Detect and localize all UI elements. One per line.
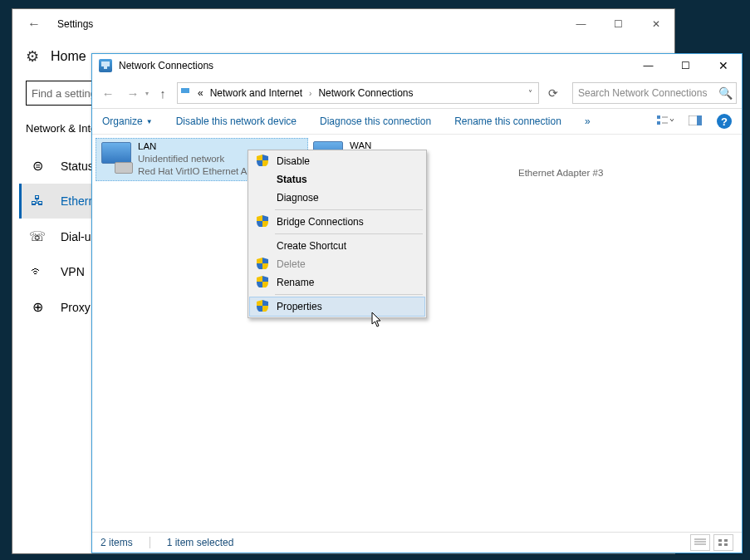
desktop: ← Settings — ☐ ✕ ⚙ Home Find a setting N… xyxy=(0,0,750,560)
svg-rect-3 xyxy=(657,115,660,119)
nc-title: Network Connections xyxy=(119,60,213,71)
shield-icon xyxy=(257,215,270,228)
chevron-down-icon: ▼ xyxy=(146,118,153,125)
status-item-count: 2 items xyxy=(100,537,133,548)
search-placeholder: Find a setting xyxy=(32,87,96,100)
svg-rect-4 xyxy=(657,121,660,125)
nav-forward-button: → xyxy=(122,82,144,104)
maximize-button[interactable]: ☐ xyxy=(600,9,637,39)
svg-rect-14 xyxy=(718,543,722,546)
cm-create-shortcut[interactable]: Create Shortcut xyxy=(250,237,424,255)
nav-label: Proxy xyxy=(61,301,91,314)
svg-rect-13 xyxy=(724,539,728,542)
svg-rect-8 xyxy=(697,115,702,125)
cm-separator xyxy=(275,294,423,295)
nav-back-button[interactable]: ← xyxy=(97,82,119,104)
toolbar-label: Organize xyxy=(102,115,143,127)
svg-rect-15 xyxy=(724,543,728,546)
toolbar-right-group: ? xyxy=(657,114,732,129)
context-menu: Disable Status Diagnose Bridge Connectio… xyxy=(248,150,427,318)
vpn-icon: ᯤ xyxy=(29,264,46,279)
toolbar-diagnose[interactable]: Diagnose this connection xyxy=(320,115,431,127)
status-separator xyxy=(150,537,150,548)
toolbar-organize[interactable]: Organize ▼ xyxy=(102,115,153,127)
cm-label: Status xyxy=(277,174,307,185)
addr-icon xyxy=(181,87,193,99)
adapter-icon xyxy=(98,140,135,174)
search-icon[interactable]: 🔍 xyxy=(714,86,736,100)
nc-search-input[interactable]: Search Network Connections 🔍 xyxy=(572,82,737,104)
shield-icon xyxy=(257,300,270,313)
cm-label: Delete xyxy=(277,258,306,270)
settings-window-controls: — ☐ ✕ xyxy=(562,9,674,39)
svg-rect-2 xyxy=(181,88,189,93)
view-icons-button[interactable] xyxy=(713,534,733,551)
shield-icon xyxy=(257,258,270,271)
cm-label: Diagnose xyxy=(277,192,319,204)
addr-dropdown-icon[interactable]: ˅ xyxy=(522,89,538,98)
close-button[interactable]: ✕ xyxy=(637,9,674,39)
cm-separator xyxy=(275,209,423,210)
adapter-wan-sub-visible: Ethernet Adapter #3 xyxy=(518,168,603,178)
back-icon[interactable]: ← xyxy=(27,17,47,32)
address-bar[interactable]: « Network and Internet › Network Connect… xyxy=(177,82,539,104)
status-view-buttons xyxy=(690,534,733,551)
nav-up-button[interactable]: ↑ xyxy=(152,82,174,104)
nav-label: Status xyxy=(61,160,94,173)
breadcrumb-item[interactable]: Network and Internet xyxy=(208,86,304,101)
shield-icon xyxy=(257,155,270,168)
cm-rename[interactable]: Rename xyxy=(250,273,424,292)
nc-status-bar: 2 items 1 item selected xyxy=(92,532,742,553)
view-options-button[interactable] xyxy=(657,115,674,129)
minimize-button[interactable]: — xyxy=(562,9,600,39)
home-label: Home xyxy=(51,49,86,64)
nav-label: VPN xyxy=(61,265,85,278)
nav-history-dropdown[interactable]: ▾ xyxy=(145,90,149,97)
svg-rect-12 xyxy=(718,539,722,542)
nc-app-icon xyxy=(99,59,112,72)
settings-title: Settings xyxy=(57,18,93,30)
maximize-button[interactable]: ☐ xyxy=(667,54,704,77)
toolbar-disable-device[interactable]: Disable this network device xyxy=(176,115,297,127)
cm-delete: Delete xyxy=(250,255,424,273)
cm-label: Properties xyxy=(277,301,322,312)
search-placeholder: Search Network Connections xyxy=(578,87,707,99)
nc-titlebar: Network Connections — ☐ ✕ xyxy=(92,54,742,78)
refresh-button[interactable]: ⟳ xyxy=(542,82,564,104)
toolbar-overflow[interactable]: » xyxy=(585,115,591,127)
cm-diagnose[interactable]: Diagnose xyxy=(250,189,424,207)
proxy-icon: ⊕ xyxy=(29,299,46,315)
status-selection-count: 1 item selected xyxy=(167,537,234,548)
nc-address-row: ← → ▾ ↑ « Network and Internet › Network… xyxy=(92,78,742,109)
preview-pane-button[interactable] xyxy=(689,115,702,128)
help-button[interactable]: ? xyxy=(717,114,732,129)
view-details-button[interactable] xyxy=(690,534,710,551)
minimize-button[interactable]: — xyxy=(630,54,667,77)
nc-window-controls: — ☐ ✕ xyxy=(630,54,742,77)
cm-status[interactable]: Status xyxy=(250,170,424,189)
breadcrumb-item[interactable]: Network Connections xyxy=(316,86,414,101)
cm-properties[interactable]: Properties xyxy=(249,297,425,317)
settings-titlebar: ← Settings — ☐ ✕ xyxy=(12,9,674,39)
ethernet-icon: 🖧 xyxy=(29,194,46,209)
cm-label: Disable xyxy=(277,155,310,167)
status-icon: ⊜ xyxy=(29,158,46,174)
dialup-icon: ☏ xyxy=(29,228,46,244)
shield-icon xyxy=(257,276,270,289)
svg-rect-0 xyxy=(101,61,110,66)
cm-label: Create Shortcut xyxy=(277,240,346,252)
cm-separator xyxy=(275,233,423,234)
breadcrumb-root[interactable]: « xyxy=(196,86,205,101)
toolbar-rename[interactable]: Rename this connection xyxy=(454,115,561,127)
cm-bridge[interactable]: Bridge Connections xyxy=(250,213,424,231)
svg-rect-1 xyxy=(104,66,107,69)
settings-section-title: Network & Internet xyxy=(26,122,99,135)
gear-icon: ⚙ xyxy=(26,47,39,66)
close-button[interactable]: ✕ xyxy=(704,54,742,77)
nc-toolbar: Organize ▼ Disable this network device D… xyxy=(92,109,742,135)
cm-disable[interactable]: Disable xyxy=(250,152,424,170)
cm-label: Rename xyxy=(277,277,314,288)
cm-label: Bridge Connections xyxy=(277,216,364,228)
breadcrumb-sep-icon: › xyxy=(307,89,313,98)
